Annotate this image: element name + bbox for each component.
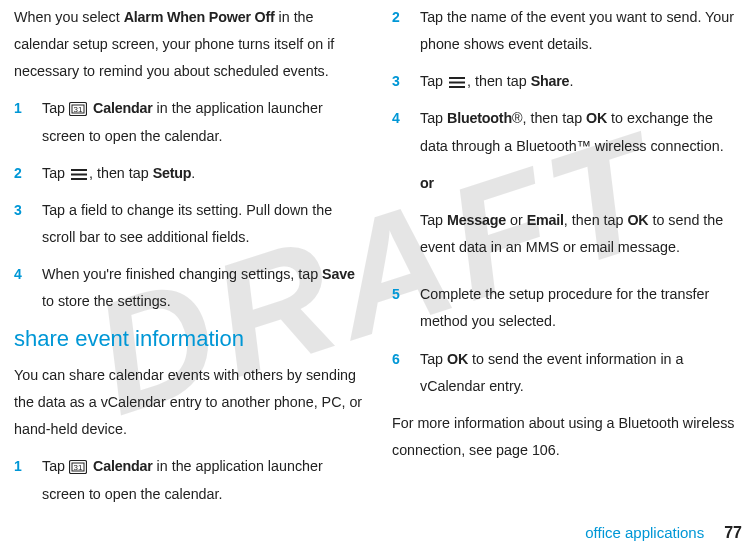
text-bold: Alarm When Power Off xyxy=(124,9,275,25)
text: When you select xyxy=(14,9,124,25)
text: . xyxy=(191,165,195,181)
step-row: 1 Tap 31 Calendar in the application lau… xyxy=(14,453,364,507)
step-body: Tap , then tap Setup. xyxy=(42,160,364,187)
page-footer: office applications 77 xyxy=(585,524,742,542)
step-row: 1 Tap 31 Calendar in the application lau… xyxy=(14,95,364,149)
page-columns: When you select Alarm When Power Off in … xyxy=(0,0,756,518)
text: Tap xyxy=(42,165,69,181)
share-paragraph: You can share calendar events with other… xyxy=(14,362,364,443)
step-row: 3 Tap a field to change its setting. Pul… xyxy=(14,197,364,251)
step-row: 2 Tap , then tap Setup. xyxy=(14,160,364,187)
text-bold: Setup xyxy=(153,165,192,181)
calendar-icon: 31 xyxy=(69,459,87,474)
footer-section-label: office applications xyxy=(585,524,704,541)
text-bold: OK xyxy=(447,351,468,367)
step-body: Complete the setup procedure for the tra… xyxy=(420,281,742,335)
step-row: 5 Complete the setup procedure for the t… xyxy=(392,281,742,335)
text-bold: Bluetooth xyxy=(447,110,512,126)
step-body: Tap 31 Calendar in the application launc… xyxy=(42,453,364,507)
svg-rect-5 xyxy=(71,178,87,180)
step-row: 6 Tap OK to send the event information i… xyxy=(392,346,742,400)
left-column: When you select Alarm When Power Off in … xyxy=(14,4,364,518)
text: Tap xyxy=(420,351,447,367)
svg-rect-10 xyxy=(449,82,465,84)
step-number: 1 xyxy=(14,95,42,149)
text-bold: Share xyxy=(531,73,570,89)
step-number: 5 xyxy=(392,281,420,335)
text: or xyxy=(506,212,527,228)
step-number: 2 xyxy=(392,4,420,58)
svg-rect-9 xyxy=(449,77,465,79)
calendar-icon: 31 xyxy=(69,101,87,116)
svg-rect-11 xyxy=(449,86,465,88)
right-column: 2 Tap the name of the event you want to … xyxy=(392,4,742,518)
step-number: 3 xyxy=(14,197,42,251)
text-bold: OK xyxy=(586,110,607,126)
step-body: Tap OK to send the event information in … xyxy=(420,346,742,400)
svg-text:31: 31 xyxy=(74,105,83,114)
intro-paragraph: When you select Alarm When Power Off in … xyxy=(14,4,364,85)
step-number: 4 xyxy=(392,105,420,271)
text-bold: Save xyxy=(322,266,355,282)
step-number: 6 xyxy=(392,346,420,400)
section-heading: share event information xyxy=(14,326,364,352)
step-number: 1 xyxy=(14,453,42,507)
footer-page-number: 77 xyxy=(724,524,742,542)
text-bold: Calendar xyxy=(93,458,153,474)
text: Tap xyxy=(420,73,447,89)
text: , then tap xyxy=(564,212,628,228)
closing-paragraph: For more information about using a Bluet… xyxy=(392,410,742,464)
step-body: Tap the name of the event you want to se… xyxy=(420,4,742,58)
text: Tap xyxy=(42,100,69,116)
step-body: Tap , then tap Share. xyxy=(420,68,742,95)
text: , then tap xyxy=(522,110,586,126)
text: , then tap xyxy=(89,165,153,181)
step-body: Tap Bluetooth®, then tap OK to exchange … xyxy=(420,105,742,271)
step-number: 3 xyxy=(392,68,420,95)
text: , then tap xyxy=(467,73,531,89)
step-body: Tap 31 Calendar in the application launc… xyxy=(42,95,364,149)
text-bold: or xyxy=(420,175,434,191)
svg-rect-4 xyxy=(71,173,87,175)
step-number: 4 xyxy=(14,261,42,315)
menu-icon xyxy=(71,169,87,180)
text-bold: OK xyxy=(627,212,648,228)
text-bold: Calendar xyxy=(93,100,153,116)
svg-rect-3 xyxy=(71,169,87,171)
step-body: Tap a field to change its setting. Pull … xyxy=(42,197,364,251)
step-body: When you're finished changing settings, … xyxy=(42,261,364,315)
step-row: 2 Tap the name of the event you want to … xyxy=(392,4,742,58)
text: ® xyxy=(512,110,523,126)
menu-icon xyxy=(449,77,465,88)
text-bold: Email xyxy=(527,212,564,228)
step-row: 3 Tap , then tap Share. xyxy=(392,68,742,95)
text: . xyxy=(569,73,573,89)
text: Tap xyxy=(420,110,447,126)
svg-text:31: 31 xyxy=(74,463,83,472)
step-row: 4 When you're finished changing settings… xyxy=(14,261,364,315)
text: When you're finished changing settings, … xyxy=(42,266,322,282)
text: Tap xyxy=(420,212,447,228)
text-bold: Message xyxy=(447,212,506,228)
step-number: 2 xyxy=(14,160,42,187)
text: to store the settings. xyxy=(42,293,171,309)
text: Tap xyxy=(42,458,69,474)
step-row: 4 Tap Bluetooth®, then tap OK to exchang… xyxy=(392,105,742,271)
